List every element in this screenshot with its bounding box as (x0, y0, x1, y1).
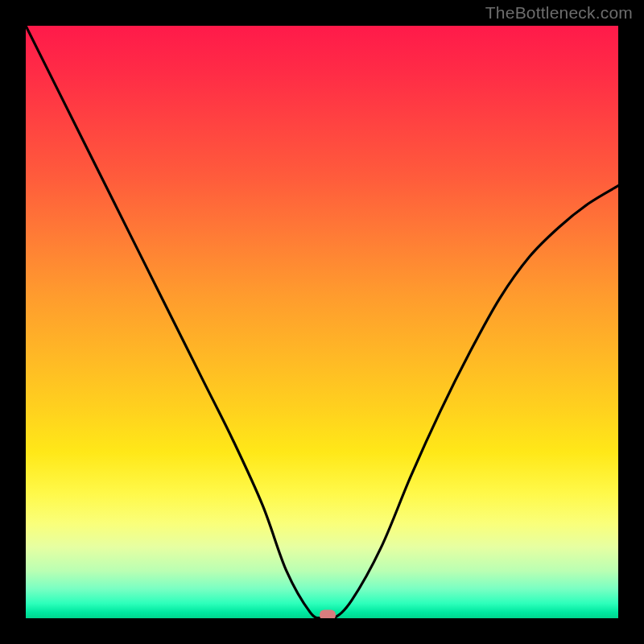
watermark-text: TheBottleneck.com (485, 3, 633, 23)
optimal-marker (320, 610, 336, 619)
chart-container: TheBottleneck.com (0, 0, 644, 644)
curve-layer (26, 26, 618, 618)
bottleneck-curve-path (26, 26, 618, 618)
plot-area (26, 26, 618, 618)
